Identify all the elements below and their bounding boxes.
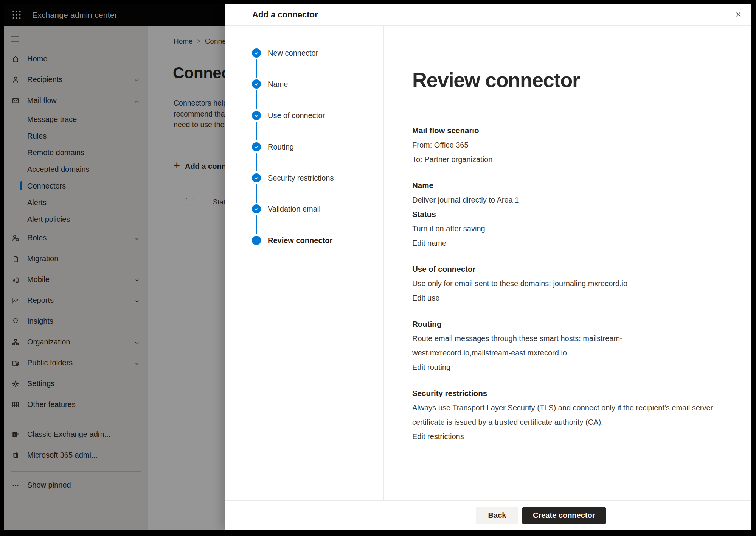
section-text: Turn it on after saving [412, 221, 719, 236]
review-section: Use of connectorUse only for email sent … [412, 262, 722, 305]
step-completed-check-icon [252, 204, 261, 213]
section-heading-name: Name [412, 178, 722, 193]
edit-use-link[interactable]: Edit use [412, 291, 439, 305]
review-section: Security restrictionsAlways use Transpor… [412, 386, 722, 444]
step-label: Name [268, 80, 288, 89]
step-connector-line [256, 215, 257, 234]
create-connector-button[interactable]: Create connector [522, 507, 606, 524]
panel-title: Add a connector [252, 10, 318, 20]
step-review-connector: Review connector [225, 235, 383, 246]
section-text: Always use Transport Layer Security (TLS… [412, 400, 719, 429]
step-routing[interactable]: Routing [225, 141, 383, 153]
edit-routing-link[interactable]: Edit routing [412, 360, 450, 374]
step-connector-line [256, 184, 257, 203]
step-label: Routing [268, 143, 294, 151]
step-label: Review connector [268, 236, 332, 245]
step-connector-line [256, 122, 257, 140]
wizard-steps: New connectorNameUse of connectorRouting… [225, 26, 384, 500]
section-heading-status: Status [412, 207, 722, 221]
step-use-of-connector[interactable]: Use of connector [225, 110, 383, 121]
step-label: Security restrictions [268, 174, 334, 182]
edit-name-link[interactable]: Edit name [412, 236, 446, 250]
close-button[interactable] [733, 9, 744, 20]
step-completed-check-icon [252, 111, 261, 120]
step-current-dot-icon [252, 236, 261, 245]
app-window: Exchange admin center HomeRecipientsMail… [4, 4, 751, 530]
add-connector-panel: Add a connector New connectorNameUse of … [225, 4, 751, 530]
review-section: NameDeliver journal directly to Area 1St… [412, 178, 722, 250]
back-button[interactable]: Back [476, 507, 518, 524]
section-heading-routing: Routing [412, 317, 722, 331]
section-heading-use-of-connector: Use of connector [412, 262, 722, 276]
step-connector-line [256, 153, 257, 171]
step-connector-line [256, 90, 257, 109]
step-completed-check-icon [252, 79, 261, 89]
section-text: Deliver journal directly to Area 1 [412, 193, 719, 207]
section-heading-security-restrictions: Security restrictions [412, 386, 722, 400]
step-completed-check-icon [252, 173, 261, 182]
step-validation-email[interactable]: Validation email [225, 203, 383, 215]
step-security-restrictions[interactable]: Security restrictions [225, 172, 383, 184]
step-completed-check-icon [252, 48, 261, 58]
review-section: RoutingRoute email messages through thes… [412, 317, 722, 374]
step-label: Validation email [268, 205, 321, 213]
step-name[interactable]: Name [225, 78, 383, 90]
panel-header: Add a connector [225, 4, 751, 26]
close-icon [734, 10, 742, 19]
review-content: Review connector Mail flow scenarioFrom:… [384, 26, 751, 500]
step-completed-check-icon [252, 142, 261, 151]
step-label: Use of connector [268, 111, 325, 120]
section-text: Route email messages through these smart… [412, 331, 719, 360]
panel-footer: Back Create connector [225, 500, 751, 530]
edit-restrictions-link[interactable]: Edit restrictions [412, 429, 464, 444]
step-new-connector[interactable]: New connector [225, 47, 383, 59]
review-heading: Review connector [412, 68, 728, 92]
screenshot-frame: Exchange admin center HomeRecipientsMail… [0, 0, 756, 536]
section-text: From: Office 365 [412, 138, 719, 152]
step-label: New connector [268, 49, 318, 58]
step-connector-line [256, 59, 257, 78]
section-heading-mail-flow-scenario: Mail flow scenario [412, 123, 722, 138]
section-text: Use only for email sent to these domains… [412, 276, 719, 291]
section-text: To: Partner organization [412, 152, 719, 167]
review-section: Mail flow scenarioFrom: Office 365To: Pa… [412, 123, 722, 167]
